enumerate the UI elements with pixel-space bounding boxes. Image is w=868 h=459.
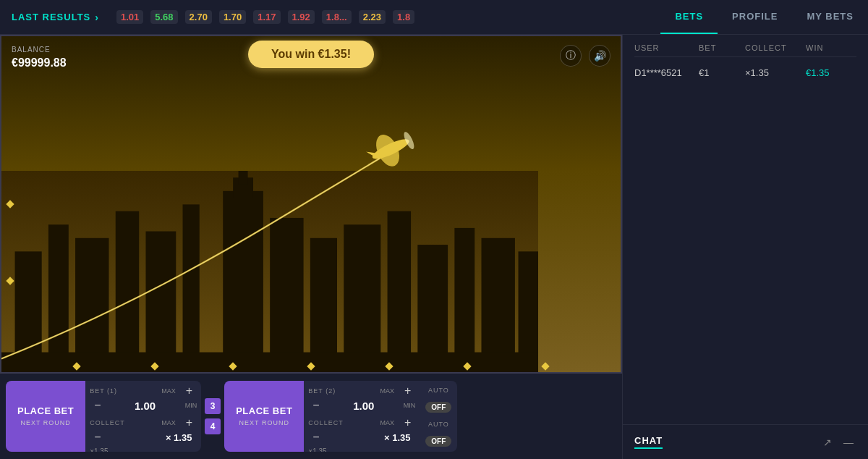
place-bet-button-2[interactable]: PLACE BET NEXT ROUND [224,381,304,452]
bottom-controls: PLACE BET NEXT ROUND BET (1) MAX + − 1.0… [0,374,622,459]
diamond-1 [72,362,80,370]
bets-cell: €1.35 [806,67,856,78]
auto-label: AUTO [428,387,449,394]
place-bet-label-2: PLACE BET [236,405,292,416]
chevron-right-icon: › [95,12,99,23]
left-marker-2 [7,278,13,284]
table-row: D1****6521€1×1.35€1.35 [634,63,856,83]
result-chip: 1.17 [253,10,280,24]
bet-plus-2[interactable]: + [400,384,415,398]
win-toast: You win €1.35! [248,41,374,68]
bets-table: USERBETCOLLECTWIN D1****6521€1×1.35€1.35 [623,35,868,424]
last-results-label: LAST RESULTS [12,12,90,22]
svg-rect-5 [146,231,176,372]
bet-controls-1: BET (1) MAX + − 1.00 MIN CO [85,381,201,452]
result-chip: 2.70 [185,10,212,24]
collect-row-1-mid: − × 1.35 [90,430,197,445]
chat-icons: ↗ — [820,435,856,450]
diamond-2 [150,362,158,370]
bets-header-collect: COLLECT [745,43,803,52]
collect-minus-2[interactable]: − [308,430,323,445]
info-button[interactable]: ⓘ [560,45,582,67]
collect-plus-2[interactable]: + [400,416,415,430]
collect-label-2: COLLECT [308,419,344,426]
chat-expand-button[interactable]: ↗ [820,435,835,450]
bet-row-1-top: BET (1) MAX + [90,384,197,398]
svg-marker-21 [366,148,378,158]
collect-row-2-top: COLLECT MAX + [308,416,415,430]
svg-rect-10 [270,218,303,372]
last-results-button[interactable]: LAST RESULTS › [0,0,111,34]
result-chip: 1.8... [322,10,352,24]
max-label-2: MAX [380,387,394,395]
max-label-1b: MAX [161,419,176,426]
bets-rows: D1****6521€1×1.35€1.35 [634,63,856,83]
right-panel: USERBETCOLLECTWIN D1****6521€1×1.35€1.35… [622,35,868,459]
nav-tab-bets[interactable]: BETS [660,0,718,34]
sound-button[interactable]: 🔊 [589,45,610,67]
bottom-markers [1,363,621,369]
svg-rect-9 [239,171,248,185]
bet-minus-2[interactable]: − [308,398,323,413]
collect-plus-1[interactable]: + [182,416,197,430]
min-label-1: MIN [185,402,197,409]
result-chip: 2.23 [359,10,386,24]
collect-value-2: × 1.35 [379,432,415,443]
bet-panel-1: PLACE BET NEXT ROUND BET (1) MAX + − 1.0… [6,381,201,452]
next-round-label-1: NEXT ROUND [17,419,74,428]
auto-label-2: AUTO [428,421,449,428]
result-chip: 1.01 [116,10,143,24]
bets-header-bet: BET [699,43,742,52]
nav-tab-my-bets[interactable]: MY BETS [792,0,868,34]
svg-rect-6 [183,204,200,372]
result-chip: 5.68 [150,10,177,24]
svg-rect-15 [454,227,475,372]
bet-value-2: 1.00 [346,400,382,412]
max-label-2b: MAX [380,419,394,426]
bet-minus-1[interactable]: − [90,398,105,413]
bet-value-1: 1.00 [127,400,163,412]
auto-off-top[interactable]: OFF [425,402,451,413]
number-badges: 3 4 [204,381,221,452]
svg-point-22 [402,130,416,150]
right-nav: BETSPROFILEMY BETS [660,0,868,34]
svg-rect-2 [48,224,69,372]
diamond-7 [541,362,549,370]
svg-rect-13 [388,211,411,372]
collect-row-2-mid: − × 1.35 [308,430,415,445]
bet-panel-2: PLACE BET NEXT ROUND BET (2) MAX + − 1.0… [224,381,457,452]
svg-rect-4 [116,211,139,372]
bets-cell: D1****6521 [634,67,696,78]
bets-cell: €1 [699,67,742,78]
bets-header: USERBETCOLLECTWIN [634,43,856,57]
badge-4: 4 [205,418,221,434]
bet-row-2-mid: − 1.00 MIN [308,398,415,413]
badge-3: 3 [205,398,221,414]
chat-label: CHAT [634,435,663,449]
balance-label: BALANCE [12,45,67,55]
max-label-1: MAX [161,387,176,395]
chat-section: CHAT ↗ — [623,424,868,459]
result-chip: 1.92 [288,10,315,24]
svg-rect-12 [344,224,380,372]
results-list: 1.015.682.701.701.171.921.8...2.231.8 [111,10,660,24]
min-label-2: MIN [404,402,416,409]
nav-tab-profile[interactable]: PROFILE [718,0,792,34]
game-canvas: BALANCE €99999.88 SKYLINER✈ ⓘ 🔊 x1.44 [0,35,622,374]
collect-minus-1[interactable]: − [90,430,105,445]
chat-collapse-button[interactable]: — [841,435,856,450]
game-controls-top: ⓘ 🔊 [560,45,610,67]
bet-row-2-top: BET (2) MAX + [308,384,415,398]
bet-plus-1[interactable]: + [182,384,197,398]
auto-off-bottom[interactable]: OFF [425,436,451,447]
place-bet-button-1[interactable]: PLACE BET NEXT ROUND [6,381,85,452]
diamond-5 [385,362,393,370]
bets-cell: ×1.35 [745,67,803,78]
balance-area: BALANCE €99999.88 [12,45,67,71]
diamond-6 [463,362,471,370]
xlabel-2: ×1.35 [308,447,415,452]
result-chip: 1.8 [393,10,414,24]
auto-toggle-area: AUTO OFF AUTO OFF [420,381,457,452]
diamond-4 [307,362,315,370]
bet-controls-2: BET (2) MAX + − 1.00 MIN COLLECT MAX [304,381,420,452]
